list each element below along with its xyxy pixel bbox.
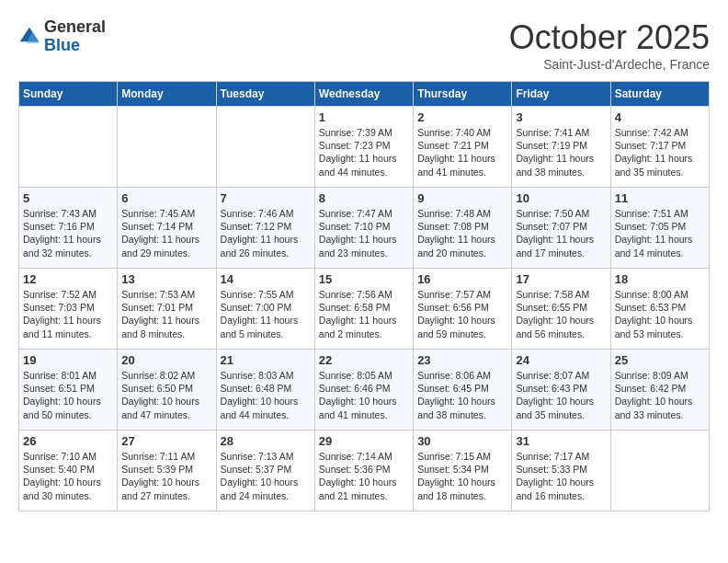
calendar-cell	[610, 431, 709, 511]
day-number: 1	[319, 110, 409, 124]
day-number: 5	[23, 191, 113, 205]
calendar-cell: 16Sunrise: 7:57 AMSunset: 6:56 PMDayligh…	[414, 269, 512, 350]
calendar-cell: 2Sunrise: 7:40 AMSunset: 7:21 PMDaylight…	[414, 107, 512, 188]
day-number: 17	[516, 272, 606, 286]
day-info: Sunrise: 7:17 AMSunset: 5:33 PMDaylight:…	[516, 450, 606, 502]
page-header: General Blue October 2025 Saint-Just-d'A…	[18, 18, 710, 72]
day-info: Sunrise: 7:42 AMSunset: 7:17 PMDaylight:…	[615, 126, 705, 178]
day-header-friday: Friday	[512, 82, 610, 107]
calendar-cell: 25Sunrise: 8:09 AMSunset: 6:42 PMDayligh…	[610, 350, 709, 431]
day-number: 16	[417, 272, 507, 286]
calendar-cell: 14Sunrise: 7:55 AMSunset: 7:00 PMDayligh…	[216, 269, 314, 350]
calendar-table: SundayMondayTuesdayWednesdayThursdayFrid…	[18, 81, 710, 511]
day-number: 12	[23, 272, 113, 286]
day-info: Sunrise: 8:03 AMSunset: 6:48 PMDaylight:…	[221, 369, 311, 421]
calendar-cell: 4Sunrise: 7:42 AMSunset: 7:17 PMDaylight…	[610, 107, 709, 188]
logo-blue-text: Blue	[44, 36, 80, 54]
day-info: Sunrise: 7:15 AMSunset: 5:34 PMDaylight:…	[417, 450, 507, 502]
day-info: Sunrise: 7:51 AMSunset: 7:05 PMDaylight:…	[615, 207, 705, 259]
day-header-tuesday: Tuesday	[216, 82, 314, 107]
day-number: 10	[516, 191, 606, 205]
day-info: Sunrise: 8:02 AMSunset: 6:50 PMDaylight:…	[121, 369, 211, 421]
calendar-cell	[216, 107, 314, 188]
day-info: Sunrise: 7:10 AMSunset: 5:40 PMDaylight:…	[23, 450, 113, 502]
calendar-cell: 27Sunrise: 7:11 AMSunset: 5:39 PMDayligh…	[118, 431, 216, 511]
calendar-cell: 17Sunrise: 7:58 AMSunset: 6:55 PMDayligh…	[512, 269, 610, 350]
day-number: 3	[516, 110, 606, 124]
day-header-wednesday: Wednesday	[314, 82, 413, 107]
calendar-header-row: SundayMondayTuesdayWednesdayThursdayFrid…	[19, 82, 710, 107]
calendar-cell: 6Sunrise: 7:45 AMSunset: 7:14 PMDaylight…	[118, 188, 216, 269]
calendar-cell: 21Sunrise: 8:03 AMSunset: 6:48 PMDayligh…	[216, 350, 314, 431]
calendar-cell: 26Sunrise: 7:10 AMSunset: 5:40 PMDayligh…	[19, 431, 118, 511]
day-number: 7	[221, 191, 311, 205]
calendar-cell: 10Sunrise: 7:50 AMSunset: 7:07 PMDayligh…	[512, 188, 610, 269]
calendar-cell: 11Sunrise: 7:51 AMSunset: 7:05 PMDayligh…	[610, 188, 709, 269]
day-number: 27	[121, 434, 211, 448]
calendar-week-1: 1Sunrise: 7:39 AMSunset: 7:23 PMDaylight…	[19, 107, 710, 188]
day-header-sunday: Sunday	[19, 82, 118, 107]
day-info: Sunrise: 7:13 AMSunset: 5:37 PMDaylight:…	[221, 450, 311, 502]
day-info: Sunrise: 7:47 AMSunset: 7:10 PMDaylight:…	[319, 207, 409, 259]
day-number: 6	[121, 191, 211, 205]
calendar-cell: 23Sunrise: 8:06 AMSunset: 6:45 PMDayligh…	[414, 350, 512, 431]
day-info: Sunrise: 7:58 AMSunset: 6:55 PMDaylight:…	[516, 288, 606, 340]
day-number: 14	[221, 272, 311, 286]
calendar-cell: 7Sunrise: 7:46 AMSunset: 7:12 PMDaylight…	[216, 188, 314, 269]
day-header-thursday: Thursday	[414, 82, 512, 107]
month-title: October 2025	[509, 18, 710, 57]
day-info: Sunrise: 7:40 AMSunset: 7:21 PMDaylight:…	[417, 126, 507, 178]
day-info: Sunrise: 7:48 AMSunset: 7:08 PMDaylight:…	[417, 207, 507, 259]
day-number: 15	[319, 272, 409, 286]
calendar-week-5: 26Sunrise: 7:10 AMSunset: 5:40 PMDayligh…	[19, 431, 710, 511]
calendar-cell	[19, 107, 118, 188]
day-number: 18	[615, 272, 705, 286]
calendar-cell: 3Sunrise: 7:41 AMSunset: 7:19 PMDaylight…	[512, 107, 610, 188]
calendar-cell: 8Sunrise: 7:47 AMSunset: 7:10 PMDaylight…	[314, 188, 413, 269]
day-number: 23	[417, 353, 507, 367]
day-info: Sunrise: 7:50 AMSunset: 7:07 PMDaylight:…	[516, 207, 606, 259]
calendar-cell: 30Sunrise: 7:15 AMSunset: 5:34 PMDayligh…	[414, 431, 512, 511]
day-info: Sunrise: 7:11 AMSunset: 5:39 PMDaylight:…	[121, 450, 211, 502]
logo: General Blue	[18, 18, 106, 55]
day-info: Sunrise: 7:53 AMSunset: 7:01 PMDaylight:…	[121, 288, 211, 340]
day-info: Sunrise: 7:45 AMSunset: 7:14 PMDaylight:…	[121, 207, 211, 259]
calendar-cell: 12Sunrise: 7:52 AMSunset: 7:03 PMDayligh…	[19, 269, 118, 350]
day-number: 26	[23, 434, 113, 448]
day-header-monday: Monday	[118, 82, 216, 107]
day-info: Sunrise: 8:09 AMSunset: 6:42 PMDaylight:…	[615, 369, 705, 421]
calendar-cell: 15Sunrise: 7:56 AMSunset: 6:58 PMDayligh…	[314, 269, 413, 350]
day-info: Sunrise: 8:05 AMSunset: 6:46 PMDaylight:…	[319, 369, 409, 421]
day-number: 29	[319, 434, 409, 448]
day-number: 13	[121, 272, 211, 286]
calendar-week-2: 5Sunrise: 7:43 AMSunset: 7:16 PMDaylight…	[19, 188, 710, 269]
day-number: 9	[417, 191, 507, 205]
calendar-cell: 24Sunrise: 8:07 AMSunset: 6:43 PMDayligh…	[512, 350, 610, 431]
day-info: Sunrise: 7:41 AMSunset: 7:19 PMDaylight:…	[516, 126, 606, 178]
day-number: 11	[615, 191, 705, 205]
day-number: 21	[221, 353, 311, 367]
calendar-cell: 29Sunrise: 7:14 AMSunset: 5:36 PMDayligh…	[314, 431, 413, 511]
day-number: 19	[23, 353, 113, 367]
day-info: Sunrise: 7:46 AMSunset: 7:12 PMDaylight:…	[221, 207, 311, 259]
calendar-cell	[118, 107, 216, 188]
calendar-cell: 19Sunrise: 8:01 AMSunset: 6:51 PMDayligh…	[19, 350, 118, 431]
day-number: 30	[417, 434, 507, 448]
location-subtitle: Saint-Just-d'Ardeche, France	[509, 57, 710, 72]
logo-general-text: General	[44, 17, 106, 36]
day-number: 31	[516, 434, 606, 448]
day-info: Sunrise: 7:52 AMSunset: 7:03 PMDaylight:…	[23, 288, 113, 340]
calendar-cell: 20Sunrise: 8:02 AMSunset: 6:50 PMDayligh…	[118, 350, 216, 431]
calendar-cell: 5Sunrise: 7:43 AMSunset: 7:16 PMDaylight…	[19, 188, 118, 269]
calendar-cell: 9Sunrise: 7:48 AMSunset: 7:08 PMDaylight…	[414, 188, 512, 269]
calendar-cell: 22Sunrise: 8:05 AMSunset: 6:46 PMDayligh…	[314, 350, 413, 431]
day-info: Sunrise: 8:07 AMSunset: 6:43 PMDaylight:…	[516, 369, 606, 421]
calendar-cell: 18Sunrise: 8:00 AMSunset: 6:53 PMDayligh…	[610, 269, 709, 350]
logo-icon	[18, 26, 40, 48]
day-info: Sunrise: 8:06 AMSunset: 6:45 PMDaylight:…	[417, 369, 507, 421]
title-block: October 2025 Saint-Just-d'Ardeche, Franc…	[509, 18, 710, 72]
day-number: 4	[615, 110, 705, 124]
calendar-cell: 28Sunrise: 7:13 AMSunset: 5:37 PMDayligh…	[216, 431, 314, 511]
day-info: Sunrise: 8:01 AMSunset: 6:51 PMDaylight:…	[23, 369, 113, 421]
calendar-cell: 1Sunrise: 7:39 AMSunset: 7:23 PMDaylight…	[314, 107, 413, 188]
